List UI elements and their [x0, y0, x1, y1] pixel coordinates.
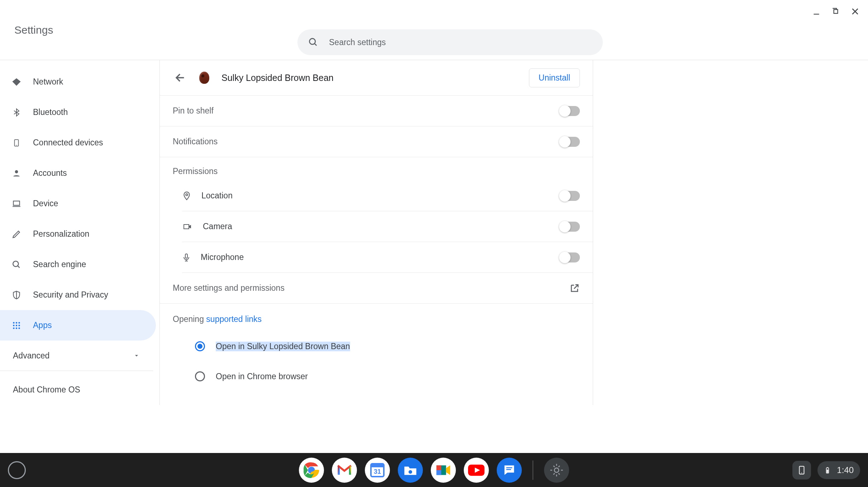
- shelf-app-meet[interactable]: [431, 458, 456, 483]
- pin-to-shelf-label: Pin to shelf: [173, 106, 214, 116]
- pencil-icon: [11, 230, 22, 239]
- launcher-button[interactable]: [8, 461, 26, 479]
- search-input[interactable]: [329, 38, 592, 47]
- svg-rect-16: [184, 225, 189, 229]
- battery-icon: [824, 465, 831, 476]
- clock-time: 1:40: [837, 465, 854, 475]
- svg-rect-26: [437, 470, 441, 475]
- open-external-icon: [569, 283, 580, 294]
- sidebar-item-label: Device: [33, 199, 58, 208]
- radio-open-in-chrome[interactable]: Open in Chrome browser: [195, 361, 593, 391]
- svg-point-28: [554, 468, 559, 472]
- app-detail-panel: Sulky Lopsided Brown Bean Uninstall Pin …: [159, 60, 593, 405]
- shelf-app-files[interactable]: [398, 458, 423, 483]
- svg-point-3: [15, 170, 18, 173]
- svg-point-6: [13, 322, 14, 323]
- sidebar-item-bluetooth[interactable]: Bluetooth: [0, 97, 156, 127]
- camera-icon: [182, 222, 193, 231]
- chrome-os-shelf: 31: [0, 453, 868, 487]
- svg-point-9: [13, 324, 14, 326]
- tray-phone-hub[interactable]: [792, 461, 811, 479]
- microphone-icon: [182, 252, 191, 263]
- svg-point-13: [16, 327, 17, 329]
- svg-rect-33: [827, 469, 829, 473]
- sidebar-item-label: Apps: [33, 320, 52, 330]
- shelf-app-settings[interactable]: [544, 458, 569, 483]
- pin-to-shelf-toggle[interactable]: [560, 106, 580, 116]
- svg-rect-4: [13, 201, 19, 205]
- more-settings-link[interactable]: More settings and permissions: [160, 273, 593, 304]
- shelf-app-messages[interactable]: [497, 458, 522, 483]
- radio-button-icon: [195, 341, 205, 351]
- person-icon: [11, 169, 22, 178]
- svg-point-0: [310, 39, 315, 44]
- sidebar-item-accounts[interactable]: Accounts: [0, 158, 156, 188]
- svg-point-30: [801, 472, 802, 473]
- svg-rect-25: [437, 465, 441, 470]
- permission-camera-label: Camera: [203, 222, 232, 231]
- about-label: About Chrome OS: [13, 385, 80, 395]
- sidebar-item-apps[interactable]: Apps: [0, 310, 156, 341]
- sidebar-item-device[interactable]: Device: [0, 188, 156, 219]
- chevron-down-icon: [133, 352, 140, 359]
- radio-open-in-app[interactable]: Open in Sulky Lopsided Brown Bean: [195, 331, 593, 361]
- camera-toggle[interactable]: [560, 222, 580, 232]
- permission-microphone-label: Microphone: [201, 252, 244, 262]
- shelf-app-youtube[interactable]: [464, 458, 489, 483]
- sidebar-advanced-toggle[interactable]: Advanced: [0, 341, 153, 371]
- radio-open-in-chrome-label: Open in Chrome browser: [216, 372, 308, 381]
- sidebar-item-label: Accounts: [33, 168, 67, 178]
- sidebar-item-search-engine[interactable]: Search engine: [0, 249, 156, 280]
- laptop-icon: [11, 199, 22, 208]
- sidebar-about-chrome-os[interactable]: About Chrome OS: [0, 375, 159, 405]
- svg-point-14: [18, 327, 20, 329]
- shelf-app-calendar[interactable]: 31: [365, 458, 390, 483]
- svg-point-10: [16, 324, 17, 326]
- sidebar-item-label: Security and Privacy: [33, 290, 108, 300]
- bluetooth-icon: [11, 107, 22, 117]
- shelf-separator: [533, 461, 533, 480]
- back-button[interactable]: [173, 71, 187, 85]
- supported-links-link[interactable]: supported links: [206, 314, 262, 324]
- svg-rect-32: [827, 467, 828, 468]
- svg-point-7: [16, 322, 17, 323]
- radio-open-in-app-label: Open in Sulky Lopsided Brown Bean: [216, 342, 350, 351]
- svg-point-12: [13, 327, 14, 329]
- permission-location-label: Location: [201, 191, 233, 201]
- sidebar-item-label: Search engine: [33, 260, 86, 269]
- sidebar-item-connected-devices[interactable]: Connected devices: [0, 127, 156, 158]
- sidebar-item-security-privacy[interactable]: Security and Privacy: [0, 280, 156, 310]
- opening-supported-links-heading: Opening supported links: [160, 304, 593, 328]
- svg-point-8: [18, 322, 20, 323]
- permissions-heading: Permissions: [173, 167, 218, 176]
- svg-point-5: [13, 261, 18, 266]
- sidebar-item-personalization[interactable]: Personalization: [0, 219, 156, 249]
- svg-rect-17: [185, 254, 187, 258]
- location-toggle[interactable]: [560, 191, 580, 201]
- opening-prefix: Opening: [173, 314, 206, 324]
- advanced-label: Advanced: [13, 351, 49, 361]
- svg-rect-21: [371, 464, 384, 467]
- apps-grid-icon: [11, 321, 22, 330]
- svg-point-15: [186, 194, 187, 196]
- svg-point-2: [16, 145, 17, 145]
- shield-icon: [11, 290, 22, 300]
- status-tray[interactable]: 1:40: [817, 461, 860, 479]
- microphone-toggle[interactable]: [560, 252, 580, 262]
- shelf-app-gmail[interactable]: [332, 458, 357, 483]
- sidebar-item-label: Personalization: [33, 229, 89, 239]
- app-name-heading: Sulky Lopsided Brown Bean: [221, 73, 519, 83]
- uninstall-button[interactable]: Uninstall: [529, 68, 580, 87]
- search-icon: [11, 260, 22, 269]
- sidebar-item-label: Network: [33, 77, 63, 87]
- wifi-icon: [11, 77, 22, 87]
- shelf-app-chrome[interactable]: [299, 458, 324, 483]
- notifications-toggle[interactable]: [560, 137, 580, 147]
- radio-button-icon: [195, 371, 205, 381]
- svg-text:31: 31: [374, 468, 381, 475]
- app-icon: [197, 71, 211, 85]
- search-settings-field[interactable]: [297, 29, 603, 55]
- search-icon: [308, 37, 318, 47]
- sidebar-item-network[interactable]: Network: [0, 67, 156, 97]
- svg-point-11: [18, 324, 20, 326]
